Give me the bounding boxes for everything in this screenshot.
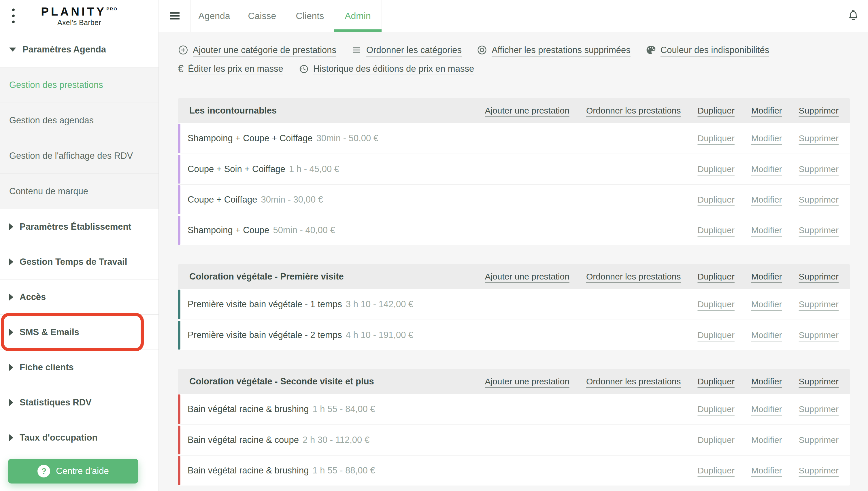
category-rows: Shampoing + Coupe + Coiffage 30min - 50,… — [178, 123, 850, 245]
row-action-dupliquer[interactable]: Dupliquer — [697, 466, 734, 475]
service-row: Première visite bain végétale - 2 temps … — [178, 320, 850, 350]
service-row-actions: DupliquerModifierSupprimer — [697, 299, 839, 309]
tab-admin[interactable]: Admin — [334, 0, 382, 32]
category-action-supprimer[interactable]: Supprimer — [799, 272, 839, 282]
category-action-supprimer[interactable]: Supprimer — [799, 377, 839, 386]
order-lines-icon — [351, 45, 362, 55]
category-action-supprimer[interactable]: Supprimer — [799, 106, 839, 116]
sidebar-section-parametres-etablissement[interactable]: Paramètres Établissement — [0, 209, 158, 244]
row-action-supprimer[interactable]: Supprimer — [799, 330, 839, 340]
row-action-modifier[interactable]: Modifier — [751, 299, 782, 309]
category-action-modifier[interactable]: Modifier — [751, 272, 782, 282]
toolbar-row: Ajouter une catégorie de prestations Ord… — [178, 45, 850, 55]
service-details: 1 h 55 - 84,00 € — [312, 404, 375, 414]
row-action-supprimer[interactable]: Supprimer — [799, 435, 839, 445]
notification-bell-icon[interactable] — [846, 9, 860, 23]
row-action-modifier[interactable]: Modifier — [751, 435, 782, 445]
help-center-button[interactable]: ? Centre d'aide — [8, 459, 138, 484]
history-icon — [298, 63, 309, 74]
eye-icon — [476, 45, 487, 55]
caret-icon — [9, 258, 13, 265]
sidebar-item-gestion-des-prestations[interactable]: Gestion des prestations — [0, 67, 158, 103]
top-bar-right — [838, 0, 868, 32]
category-action-ajouter-une-prestation[interactable]: Ajouter une prestation — [485, 377, 570, 386]
row-action-modifier[interactable]: Modifier — [751, 466, 782, 475]
category-title: Les incontournables — [189, 106, 277, 116]
sidebar-section-taux-d-occupation[interactable]: Taux d'occupation — [0, 420, 158, 455]
planity-admin-app: PLANITYPRO Axel's Barber Agenda Caisse C… — [0, 0, 868, 491]
row-action-dupliquer[interactable]: Dupliquer — [697, 404, 734, 414]
sidebar-section-fiche-clients[interactable]: Fiche clients — [0, 349, 158, 385]
tab-caisse[interactable]: Caisse — [238, 0, 286, 32]
top-tabs: Agenda Caisse Clients Admin — [191, 0, 382, 32]
service-details: 2 h 30 - 112,00 € — [302, 435, 370, 445]
row-action-supprimer[interactable]: Supprimer — [799, 164, 839, 174]
service-row-actions: DupliquerModifierSupprimer — [697, 330, 839, 340]
hamburger-menu-icon[interactable] — [159, 0, 191, 32]
row-action-modifier[interactable]: Modifier — [751, 134, 782, 143]
row-action-dupliquer[interactable]: Dupliquer — [697, 225, 734, 235]
service-name: Bain végétal racine & brushing — [187, 465, 309, 476]
tab-agenda[interactable]: Agenda — [191, 0, 238, 32]
active-tab-underline — [334, 29, 381, 32]
category-action-dupliquer[interactable]: Dupliquer — [697, 377, 734, 386]
row-action-dupliquer[interactable]: Dupliquer — [697, 435, 734, 445]
category-action-ajouter-une-prestation[interactable]: Ajouter une prestation — [485, 106, 570, 116]
category-action-dupliquer[interactable]: Dupliquer — [697, 272, 734, 282]
row-action-modifier[interactable]: Modifier — [751, 225, 782, 235]
row-action-supprimer[interactable]: Supprimer — [799, 225, 839, 235]
row-action-dupliquer[interactable]: Dupliquer — [697, 330, 734, 340]
row-action-dupliquer[interactable]: Dupliquer — [697, 195, 734, 205]
sidebar-item-gestion-de-l-affichage-des-rdv[interactable]: Gestion de l'affichage des RDV — [0, 138, 158, 173]
service-name: Shampoing + Coupe + Coiffage — [187, 133, 313, 144]
row-action-dupliquer[interactable]: Dupliquer — [697, 299, 734, 309]
category-coloration-vegetale-seconde-visite-et-plus: Coloration végétale - Seconde visite et … — [178, 369, 850, 486]
row-action-modifier[interactable]: Modifier — [751, 195, 782, 205]
row-action-supprimer[interactable]: Supprimer — [799, 404, 839, 414]
sidebar-item-gestion-des-agendas[interactable]: Gestion des agendas — [0, 103, 158, 138]
sidebar-section-acces[interactable]: Accès — [0, 279, 158, 314]
sidebar-section-sms-emails[interactable]: SMS & Emails — [0, 314, 158, 349]
sidebar-section-statistiques-rdv[interactable]: Statistiques RDV — [0, 385, 158, 420]
service-row-actions: DupliquerModifierSupprimer — [697, 164, 839, 174]
category-color-bar — [178, 456, 180, 485]
row-action-modifier[interactable]: Modifier — [751, 330, 782, 340]
category-action-ordonner-les-prestations[interactable]: Ordonner les prestations — [586, 106, 681, 116]
tab-clients[interactable]: Clients — [286, 0, 334, 32]
service-details: 1 h 55 - 88,00 € — [312, 465, 375, 476]
sidebar-item-contenu-de-marque[interactable]: Contenu de marque — [0, 173, 158, 209]
toolbar-link-ajouter-une-categorie-de-prestations[interactable]: Ajouter une catégorie de prestations — [178, 45, 336, 55]
service-row: Coupe + Coiffage 30min - 30,00 € Dupliqu… — [178, 184, 850, 215]
main-content: Ajouter une catégorie de prestations Ord… — [159, 32, 868, 491]
row-action-supprimer[interactable]: Supprimer — [799, 134, 839, 143]
service-row-actions: DupliquerModifierSupprimer — [697, 195, 839, 205]
toolbar-link-afficher-les-prestations-supprimees[interactable]: Afficher les prestations supprimées — [476, 45, 631, 55]
category-rows: Bain végétal racine & brushing 1 h 55 - … — [178, 394, 850, 486]
row-action-modifier[interactable]: Modifier — [751, 404, 782, 414]
category-action-dupliquer[interactable]: Dupliquer — [697, 106, 734, 116]
toolbar-link-editer-les-prix-en-masse[interactable]: € Éditer les prix en masse — [178, 64, 283, 74]
category-action-ordonner-les-prestations[interactable]: Ordonner les prestations — [586, 272, 681, 282]
service-row: Bain végétal racine & brushing 1 h 55 - … — [178, 394, 850, 425]
sidebar-section-gestion-temps-de-travail[interactable]: Gestion Temps de Travail — [0, 244, 158, 279]
row-action-supprimer[interactable]: Supprimer — [799, 466, 839, 475]
category-action-modifier[interactable]: Modifier — [751, 106, 782, 116]
toolbar-link-ordonner-les-categories[interactable]: Ordonner les catégories — [351, 45, 462, 55]
caret-icon — [9, 399, 13, 406]
row-action-supprimer[interactable]: Supprimer — [799, 195, 839, 205]
category-action-ordonner-les-prestations[interactable]: Ordonner les prestations — [586, 377, 681, 386]
row-action-modifier[interactable]: Modifier — [751, 164, 782, 174]
toolbar-link-couleur-des-indisponibilites[interactable]: Couleur des indisponibilités — [645, 45, 769, 55]
category-color-bar — [178, 185, 180, 214]
kebab-menu-icon[interactable] — [12, 9, 15, 23]
row-action-dupliquer[interactable]: Dupliquer — [697, 134, 734, 143]
category-action-ajouter-une-prestation[interactable]: Ajouter une prestation — [485, 272, 570, 282]
row-action-dupliquer[interactable]: Dupliquer — [697, 164, 734, 174]
service-name: Première visite bain végétale - 2 temps — [187, 330, 342, 340]
row-action-supprimer[interactable]: Supprimer — [799, 299, 839, 309]
category-action-modifier[interactable]: Modifier — [751, 377, 782, 386]
service-details: 30min - 50,00 € — [316, 133, 378, 144]
sidebar-section-parametres-agenda[interactable]: Paramètres Agenda — [0, 32, 158, 67]
service-row: Bain végétal racine & coupe 2 h 30 - 112… — [178, 425, 850, 455]
toolbar-link-historique-des-editions-de-prix-en-masse[interactable]: Historique des éditions de prix en masse — [298, 63, 474, 74]
